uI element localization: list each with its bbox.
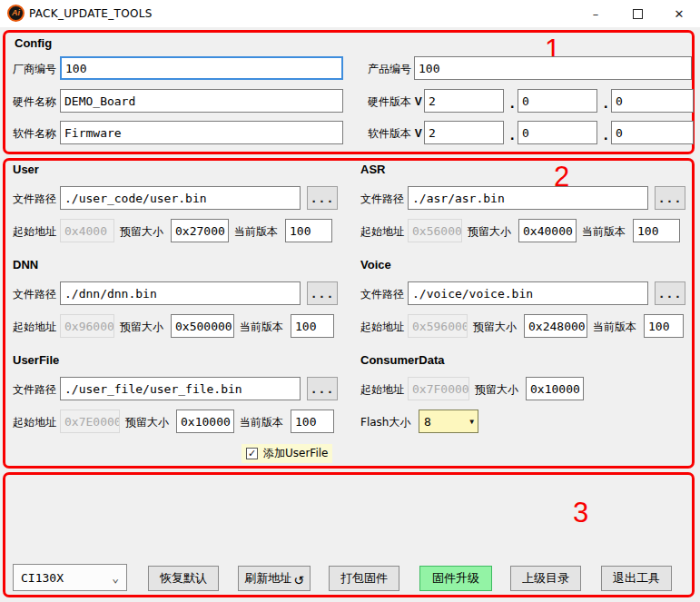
close-icon[interactable]: ✕: [658, 0, 700, 27]
file-path-label: 文件路径: [360, 192, 404, 207]
dnn-browse-button[interactable]: ...: [307, 281, 338, 305]
sw-version-patch-input[interactable]: 0: [611, 121, 694, 144]
add-userfile-label: 添加UserFile: [263, 446, 328, 461]
chip-select-dropdown[interactable]: CI130X ⌄: [13, 564, 127, 591]
reserved-size-label: 预留大小: [120, 224, 163, 240]
user-title: User: [13, 163, 39, 176]
title-bar: Ai PACK_UPDATE_TOOLS – ✕: [0, 0, 700, 27]
start-addr-label: 起始地址: [360, 320, 404, 335]
asr-path-input[interactable]: ./asr/asr.bin: [408, 186, 648, 210]
reserved-size-label: 预留大小: [475, 382, 518, 398]
minimize-icon[interactable]: –: [575, 0, 616, 27]
voice-version-input[interactable]: 100: [644, 314, 684, 338]
dnn-version-input[interactable]: 100: [291, 314, 334, 338]
file-path-label: 文件路径: [13, 287, 56, 302]
flash-size-label: Flash大小: [360, 415, 410, 430]
userfile-title: UserFile: [13, 353, 59, 367]
current-version-label: 当前版本: [582, 224, 626, 240]
maximize-icon[interactable]: [616, 0, 658, 27]
start-addr-label: 起始地址: [360, 224, 404, 240]
group-userfile: UserFile 文件路径 ./user_file/user_file.bin …: [5, 353, 349, 467]
reserved-size-label: 预留大小: [468, 224, 511, 240]
sw-name-label: 软件名称: [13, 126, 56, 142]
hw-name-label: 硬件名称: [13, 94, 56, 110]
current-version-label: 当前版本: [593, 320, 636, 335]
dot-separator: .: [508, 96, 516, 111]
hw-name-input[interactable]: DEMO_Board: [60, 89, 343, 113]
start-addr-label: 起始地址: [13, 224, 56, 240]
current-version-label: 当前版本: [240, 415, 283, 430]
consumerdata-start-addr-input: 0x7F0000: [408, 377, 469, 400]
group-consumerdata: ConsumerData 起始地址 0x7F0000 预留大小 0x10000 …: [353, 353, 694, 467]
hw-version-major-input[interactable]: 2: [424, 89, 504, 113]
product-id-input[interactable]: 100: [414, 56, 692, 80]
userfile-version-input[interactable]: 100: [291, 410, 334, 433]
current-version-label: 当前版本: [240, 320, 283, 335]
add-userfile-checkbox[interactable]: ✓ 添加UserFile: [242, 444, 332, 463]
app-logo-icon: Ai: [7, 5, 25, 22]
vendor-id-input[interactable]: 100: [60, 56, 343, 80]
consumerdata-reserved-input[interactable]: 0x10000: [526, 377, 584, 400]
vendor-id-label: 厂商编号: [13, 62, 56, 77]
voice-path-input[interactable]: ./voice/voice.bin: [408, 281, 648, 305]
dot-separator: .: [508, 128, 516, 143]
voice-title: Voice: [360, 258, 391, 271]
current-version-label: 当前版本: [234, 224, 278, 240]
product-id-label: 产品编号: [368, 62, 411, 77]
parent-directory-button[interactable]: 上级目录: [510, 566, 581, 591]
actions-section: 3 CI130X ⌄ 恢复默认 刷新地址↺ 打包固件 固件升级 上级目录 退出工…: [3, 472, 695, 597]
dnn-title: DNN: [13, 258, 38, 271]
dnn-reserved-input[interactable]: 0x500000: [171, 314, 234, 338]
user-browse-button[interactable]: ...: [307, 186, 338, 210]
partitions-section: 2 User 文件路径 ./user_code/user.bin ... 起始地…: [3, 158, 695, 469]
file-path-label: 文件路径: [13, 192, 56, 207]
sw-version-minor-input[interactable]: 0: [518, 121, 597, 144]
group-voice: Voice 文件路径 ./voice/voice.bin ... 起始地址 0x…: [353, 258, 694, 344]
file-path-label: 文件路径: [360, 287, 404, 302]
reserved-size-label: 预留大小: [473, 320, 517, 335]
dropdown-arrow-icon: ▼: [469, 418, 475, 426]
user-version-input[interactable]: 100: [285, 219, 332, 242]
voice-reserved-input[interactable]: 0x248000: [524, 314, 587, 338]
sw-version-major-input[interactable]: 2: [424, 121, 504, 144]
user-start-addr-input: 0x4000: [60, 219, 114, 242]
hw-version-minor-input[interactable]: 0: [518, 89, 597, 113]
reserved-size-label: 预留大小: [125, 415, 169, 430]
asr-start-addr-input: 0x56000: [408, 219, 462, 242]
user-reserved-input[interactable]: 0x27000: [171, 219, 229, 242]
asr-browse-button[interactable]: ...: [655, 186, 685, 210]
hw-version-label: 硬件版本 V: [368, 94, 422, 110]
window-controls: – ✕: [575, 0, 700, 27]
dot-separator: .: [602, 128, 609, 143]
hw-version-patch-input[interactable]: 0: [611, 89, 694, 113]
group-dnn: DNN 文件路径 ./dnn/dnn.bin ... 起始地址 0x96000 …: [5, 258, 349, 344]
dnn-path-input[interactable]: ./dnn/dnn.bin: [60, 281, 301, 305]
flash-size-dropdown[interactable]: 8 ▼: [419, 410, 478, 433]
userfile-path-input[interactable]: ./user_file/user_file.bin: [60, 377, 301, 400]
start-addr-label: 起始地址: [13, 415, 56, 430]
sw-name-input[interactable]: Firmware: [60, 121, 343, 144]
asr-reserved-input[interactable]: 0x40000: [518, 219, 577, 242]
userfile-reserved-input[interactable]: 0x10000: [176, 410, 234, 433]
refresh-icon: ↺: [293, 574, 304, 587]
restore-defaults-button[interactable]: 恢复默认: [148, 566, 219, 591]
config-section: 1 Config 厂商编号 100 产品编号 100 硬件名称 DEMO_Boa…: [3, 30, 695, 154]
flash-size-value: 8: [424, 415, 431, 429]
refresh-address-button[interactable]: 刷新地址↺: [238, 566, 311, 591]
window-title: PACK_UPDATE_TOOLS: [29, 7, 153, 20]
chevron-down-icon: ⌄: [112, 571, 119, 585]
sw-version-label: 软件版本 V: [368, 126, 422, 142]
userfile-start-addr-input: 0x7E0000: [60, 410, 120, 433]
user-path-input[interactable]: ./user_code/user.bin: [60, 186, 301, 210]
exit-tool-button[interactable]: 退出工具: [601, 566, 672, 591]
upgrade-firmware-button[interactable]: 固件升级: [419, 566, 492, 591]
asr-title: ASR: [360, 163, 385, 176]
voice-browse-button[interactable]: ...: [655, 281, 685, 305]
dnn-start-addr-input: 0x96000: [60, 314, 114, 338]
userfile-browse-button[interactable]: ...: [307, 377, 338, 400]
asr-version-input[interactable]: 100: [633, 219, 680, 242]
annotation-3: 3: [573, 498, 588, 527]
config-title: Config: [15, 36, 52, 50]
reserved-size-label: 预留大小: [120, 320, 163, 335]
pack-firmware-button[interactable]: 打包固件: [329, 566, 399, 591]
